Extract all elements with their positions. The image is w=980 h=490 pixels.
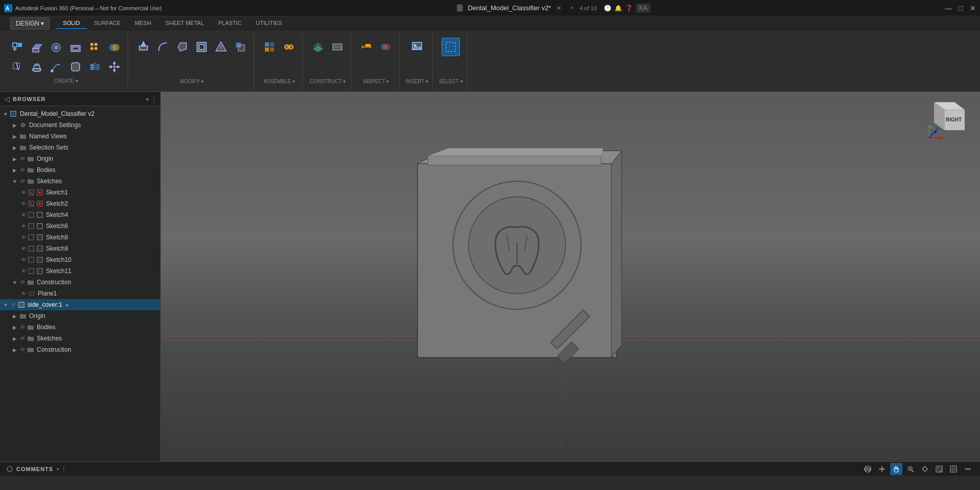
expand-side-cover[interactable]: ▼	[2, 301, 9, 308]
tree-item-selection-sets[interactable]: ▶ Selection Sets	[0, 142, 160, 153]
move-button[interactable]	[105, 58, 124, 76]
expand-sc-sketches[interactable]: ▶	[11, 335, 18, 342]
expand-named-views[interactable]: ▶	[11, 133, 18, 140]
tree-item-sketch9[interactable]: 👁 Sketch9	[0, 243, 160, 254]
browser-pin-icon[interactable]: ●	[145, 95, 149, 103]
tab-plastic[interactable]: PLASTIC	[211, 18, 249, 29]
tree-item-named-views[interactable]: ▶ Named Views	[0, 131, 160, 142]
expand-construction[interactable]: ▼	[11, 279, 18, 286]
tree-item-origin[interactable]: ▶ 👁 Origin	[0, 153, 160, 164]
mirror-button[interactable]	[86, 58, 104, 76]
eye-side-cover[interactable]: 👁	[11, 302, 16, 308]
tree-item-sketch1[interactable]: 👁 Sketch1	[0, 187, 160, 198]
eye-sketch8[interactable]: 👁	[21, 234, 27, 240]
close-button[interactable]: ✕	[970, 5, 976, 11]
press-pull-button[interactable]	[134, 38, 153, 56]
eye-sketch4[interactable]: 👁	[21, 212, 27, 218]
eye-sketch1[interactable]: 👁	[21, 189, 27, 195]
offset-plane-button[interactable]	[309, 38, 327, 56]
tab-solid[interactable]: SOLID	[56, 18, 87, 29]
sweep-button[interactable]	[47, 58, 65, 76]
expand-root[interactable]: ▼	[2, 110, 9, 117]
draft-button[interactable]	[212, 38, 230, 56]
eye-sc-bodies[interactable]: 👁	[20, 324, 26, 330]
fit-view-tool[interactable]	[919, 463, 931, 475]
expand-bodies[interactable]: ▶	[11, 166, 18, 174]
tree-item-sc-bodies[interactable]: ▶ 👁 Bodies	[0, 322, 160, 333]
tree-item-sc-origin[interactable]: ▶ Origin	[0, 310, 160, 322]
eye-sketch10[interactable]: 👁	[21, 257, 27, 263]
tree-item-sketch10[interactable]: 👁 Sketch10	[0, 254, 160, 265]
eye-sketches[interactable]: 👁	[20, 178, 26, 184]
tree-item-sketch4[interactable]: 👁 Sketch4	[0, 209, 160, 220]
shell-button[interactable]	[66, 38, 85, 57]
fillet-button[interactable]	[66, 58, 85, 76]
tree-item-sc-construction[interactable]: ▶ 👁 Construction	[0, 344, 160, 355]
eye-sc-construction[interactable]: 👁	[20, 347, 26, 353]
tree-item-construction[interactable]: ▼ 👁 Construction	[0, 277, 160, 288]
tree-item-plane1[interactable]: 👁 Plane1	[0, 288, 160, 299]
tab-sheet-metal[interactable]: SHEET METAL	[158, 18, 211, 29]
eye-bodies[interactable]: 👁	[20, 167, 26, 173]
chamfer-button[interactable]	[173, 38, 191, 56]
tree-item-side-cover[interactable]: ▼ 👁 side_cover:1 ●	[0, 299, 160, 310]
fillet-modify-button[interactable]	[154, 38, 172, 56]
measure-button[interactable]: mm	[357, 38, 376, 56]
new-component-assemble-button[interactable]	[260, 38, 279, 56]
revolve-button[interactable]	[47, 38, 65, 57]
hand-tool[interactable]	[890, 463, 902, 475]
tab-mesh[interactable]: MESH	[128, 18, 158, 29]
eye-construction[interactable]: 👁	[20, 279, 26, 285]
eye-sketch2[interactable]: 👁	[21, 201, 27, 207]
eye-sketch11[interactable]: 👁	[21, 268, 27, 274]
tree-item-sc-sketches[interactable]: ▶ 👁 Sketches	[0, 333, 160, 344]
expand-sc-bodies[interactable]: ▶	[11, 324, 18, 331]
tree-item-sketch11[interactable]: 👁 Sketch11	[0, 265, 160, 277]
eye-sketch6[interactable]: 👁	[21, 223, 27, 229]
select-button[interactable]	[442, 38, 460, 56]
close-tab-button[interactable]: ✕	[556, 5, 561, 12]
tree-item-sketch8[interactable]: 👁 Sketch8	[0, 232, 160, 243]
scale-button[interactable]	[231, 38, 250, 56]
shell-modify-button[interactable]	[192, 38, 211, 56]
expand-sketches[interactable]: ▼	[11, 178, 18, 185]
comments-pin[interactable]: ●	[56, 466, 59, 472]
insert-image-button[interactable]	[408, 38, 426, 56]
expand-sc-construction[interactable]: ▶	[11, 346, 18, 353]
pattern-button[interactable]	[86, 38, 104, 57]
tab-surface[interactable]: SURFACE	[87, 18, 128, 29]
expand-sc-origin[interactable]: ▶	[11, 312, 18, 320]
midplane-button[interactable]	[328, 38, 347, 56]
design-menu-button[interactable]: DESIGN ▾	[10, 17, 50, 30]
minimize-button[interactable]: —	[945, 5, 951, 11]
tree-item-root[interactable]: ▼ Dental_Model_Classifier v2	[0, 108, 160, 119]
maximize-button[interactable]: □	[958, 5, 964, 11]
expand-doc-settings[interactable]: ▶	[11, 121, 18, 129]
new-component-button[interactable]	[8, 38, 27, 57]
tree-item-doc-settings[interactable]: ▶ Document Settings	[0, 119, 160, 131]
tree-item-sketch2[interactable]: 👁 Sketch2	[0, 198, 160, 209]
tree-item-sketches[interactable]: ▼ 👁 Sketches	[0, 176, 160, 187]
eye-plane1[interactable]: 👁	[21, 290, 27, 297]
display-settings-tool[interactable]	[933, 463, 945, 475]
combine-button[interactable]	[105, 38, 124, 57]
expand-origin[interactable]: ▶	[11, 155, 18, 162]
grid-display-tool[interactable]	[947, 463, 960, 475]
extrude-button[interactable]	[28, 38, 46, 57]
navigation-cube[interactable]: RIGHT X Y Z-	[929, 102, 970, 143]
expand-selection-sets[interactable]: ▶	[11, 144, 18, 151]
zoom-tool[interactable]	[904, 463, 917, 475]
eye-sketch9[interactable]: 👁	[21, 246, 27, 252]
add-tab-button[interactable]: ＋	[569, 4, 575, 12]
tree-item-bodies[interactable]: ▶ 👁 Bodies	[0, 164, 160, 176]
browser-collapse-icon[interactable]: ◁	[4, 95, 10, 103]
eye-origin[interactable]: 👁	[20, 156, 26, 162]
tree-item-sketch6[interactable]: 👁 Sketch6	[0, 220, 160, 232]
eye-sc-sketches[interactable]: 👁	[20, 335, 26, 341]
joint-button[interactable]	[280, 38, 298, 56]
loft-button[interactable]	[28, 58, 46, 76]
sketch-button[interactable]	[8, 58, 27, 76]
more-options-tool[interactable]	[962, 463, 974, 475]
pan-tool[interactable]	[876, 463, 888, 475]
tab-utilities[interactable]: UTILITIES	[249, 18, 289, 29]
